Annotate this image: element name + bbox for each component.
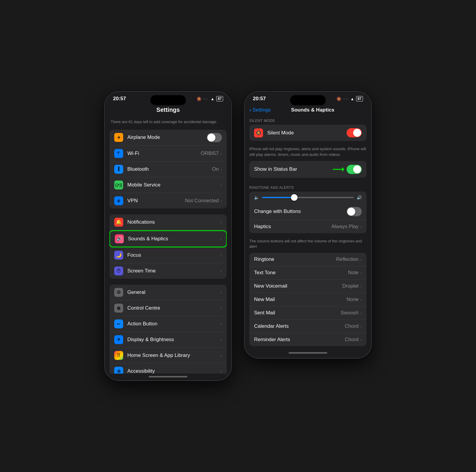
left-phone: 20:57 🔕 ···· ▲ 87 Settings There are 61 …	[104, 91, 232, 381]
left-scroll[interactable]: ✈ Airplane Mode 〒 Wi-Fi ORBI57 › ᛒ Bluet…	[105, 130, 231, 374]
right-status-right: 🔕 ···· ▲ 87	[336, 96, 363, 101]
right-scroll[interactable]: SILENT MODE 🔕 Silent Mode iPhone will no…	[245, 115, 371, 350]
display-brightness-label: Display & Brightness	[127, 337, 220, 343]
mobile-service-row[interactable]: ((•)) Mobile Service ›	[109, 177, 227, 193]
right-signal-icon: 🔕	[336, 97, 341, 101]
right-dots: ····	[343, 97, 349, 101]
action-button-label: Action Button	[127, 321, 220, 327]
vpn-label: VPN	[127, 198, 185, 204]
vol-low-icon: 🔈	[254, 195, 259, 200]
new-voicemail-label: New Voicemail	[254, 283, 342, 289]
wifi-label: Wi-Fi	[127, 150, 201, 156]
screen-time-chevron: ›	[220, 269, 222, 273]
ringtone-row[interactable]: Ringtone Reflection ›	[249, 253, 367, 266]
text-tone-value: Note	[348, 270, 358, 276]
back-button[interactable]: ‹ Settings	[249, 106, 271, 113]
calendar-alerts-row[interactable]: Calendar Alerts Chord ›	[249, 320, 367, 333]
new-mail-chevron: ›	[360, 297, 362, 302]
arrow-toggle-container: ⟶	[332, 164, 362, 174]
wifi-row[interactable]: 〒 Wi-Fi ORBI57 ›	[109, 146, 227, 161]
new-mail-label: New Mail	[254, 297, 347, 302]
action-button-icon: ↩	[114, 319, 123, 328]
sounds-haptics-row[interactable]: 🔊 Sounds & Haptics ›	[109, 230, 227, 247]
ringtone-label: Ringtone	[254, 256, 336, 262]
status-bar-section: Show in Status Bar ⟶	[249, 161, 367, 178]
slider-thumb[interactable]	[291, 194, 298, 201]
calendar-alerts-chevron: ›	[360, 324, 362, 329]
action-button-row[interactable]: ↩ Action Button ›	[109, 316, 227, 332]
wifi-chevron: ›	[220, 151, 222, 156]
vpn-chevron: ›	[220, 198, 222, 203]
home-screen-row[interactable]: ⠿ Home Screen & App Library ›	[109, 348, 227, 363]
text-tone-chevron: ›	[360, 270, 362, 275]
ringtone-alerts-section: 🔈 🔊 Change with Buttons Haptics Always P…	[249, 192, 367, 233]
accessibility-row[interactable]: ⊕ Accessibility ›	[109, 363, 227, 374]
text-tone-row[interactable]: Text Tone Note ›	[249, 266, 367, 280]
control-centre-label: Control Centre	[127, 305, 220, 311]
mobile-service-icon: ((•))	[114, 181, 123, 189]
left-dots: ····	[203, 97, 209, 101]
accessibility-label: Accessibility	[127, 368, 220, 374]
bluetooth-icon: ᛒ	[114, 165, 123, 174]
haptics-row[interactable]: Haptics Always Play ›	[249, 220, 367, 233]
notifications-icon: 🔔	[114, 218, 123, 227]
wifi-icon: 〒	[114, 149, 123, 158]
new-mail-row[interactable]: New Mail None ›	[249, 293, 367, 306]
slider-fill	[262, 197, 294, 198]
control-centre-chevron: ›	[220, 306, 222, 311]
vpn-icon: ⊕	[114, 196, 123, 205]
bluetooth-row[interactable]: ᛒ Bluetooth On ›	[109, 161, 227, 177]
left-home-indicator	[149, 376, 187, 377]
vpn-row[interactable]: ⊕ VPN Not Connected ›	[109, 193, 227, 208]
sent-mail-row[interactable]: Sent Mail Swoosh ›	[249, 306, 367, 320]
silent-mode-info: iPhone will not play ringtones, alerts a…	[245, 145, 371, 161]
change-with-buttons-toggle[interactable]	[347, 207, 362, 216]
reminder-alerts-row[interactable]: Reminder Alerts Chord ›	[249, 333, 367, 346]
show-status-bar-row[interactable]: Show in Status Bar ⟶	[249, 161, 367, 178]
system-section: ⚙ General › ▦ Control Centre › ↩ Action …	[109, 285, 227, 374]
network-section: ✈ Airplane Mode 〒 Wi-Fi ORBI57 › ᛒ Bluet…	[109, 130, 227, 208]
silent-mode-section: 🔕 Silent Mode	[249, 125, 367, 141]
silent-mode-toggle[interactable]	[347, 128, 362, 137]
right-home-indicator	[289, 352, 327, 354]
green-arrow-icon: ⟶	[332, 164, 344, 174]
reminder-alerts-chevron: ›	[360, 337, 362, 342]
display-brightness-chevron: ›	[220, 337, 222, 342]
vol-high-icon: 🔊	[357, 195, 362, 200]
notifications-label: Notifications	[127, 219, 220, 225]
focus-icon: 🌙	[114, 251, 123, 260]
notifications-chevron: ›	[220, 220, 222, 225]
show-status-bar-toggle[interactable]	[347, 165, 362, 174]
control-centre-row[interactable]: ▦ Control Centre ›	[109, 300, 227, 316]
new-voicemail-value: Droplet	[342, 283, 359, 289]
new-voicemail-row[interactable]: New Voicemail Droplet ›	[249, 280, 367, 293]
calendar-alerts-label: Calendar Alerts	[254, 323, 345, 329]
haptics-value: Always Play	[331, 224, 359, 230]
screen-time-icon: ⏱	[114, 266, 123, 275]
focus-row[interactable]: 🌙 Focus ›	[109, 247, 227, 263]
left-wifi-icon: ▲	[211, 97, 214, 101]
text-tone-label: Text Tone	[254, 270, 348, 276]
sound-list-section: Ringtone Reflection › Text Tone Note › N…	[249, 253, 367, 346]
accessibility-icon: ⊕	[114, 367, 123, 374]
left-time: 20:57	[113, 96, 126, 102]
ringtone-alerts-label: RINGTONE AND ALERTS	[245, 181, 371, 192]
sounds-haptics-chevron: ›	[220, 236, 221, 241]
airplane-mode-row[interactable]: ✈ Airplane Mode	[109, 130, 227, 146]
silent-mode-row[interactable]: 🔕 Silent Mode	[249, 125, 367, 141]
volume-row[interactable]: 🔈 🔊	[249, 192, 367, 203]
airplane-toggle[interactable]	[207, 133, 222, 142]
change-with-buttons-row[interactable]: Change with Buttons	[249, 203, 367, 220]
left-battery: 87	[216, 96, 223, 101]
notifications-row[interactable]: 🔔 Notifications ›	[109, 214, 227, 230]
volume-slider[interactable]	[262, 197, 354, 198]
display-brightness-row[interactable]: ☀ Display & Brightness ›	[109, 332, 227, 348]
general-chevron: ›	[220, 290, 222, 295]
general-row[interactable]: ⚙ General ›	[109, 285, 227, 300]
sounds-haptics-label: Sounds & Haptics	[128, 236, 220, 242]
sent-mail-chevron: ›	[360, 311, 362, 315]
screen-time-row[interactable]: ⏱ Screen Time ›	[109, 263, 227, 279]
silent-mode-icon: 🔕	[254, 128, 263, 137]
airplane-icon: ✈	[114, 133, 123, 142]
bluetooth-value: On	[212, 166, 219, 172]
